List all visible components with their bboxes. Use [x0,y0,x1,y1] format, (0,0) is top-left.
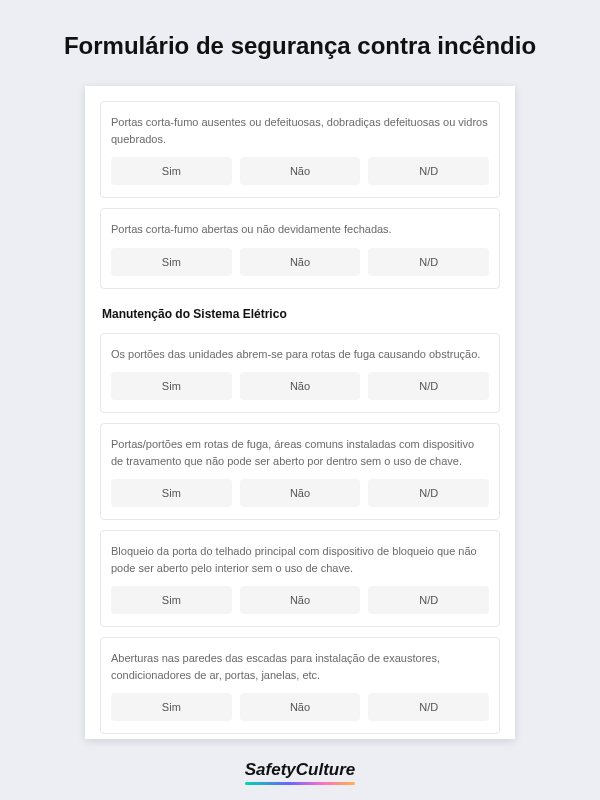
footer-logo: SafetyCulture [245,740,356,785]
question-text: Portas/portões em rotas de fuga, áreas c… [111,436,489,469]
options-row: Sim Não N/D [111,157,489,185]
question-text: Portas corta-fumo ausentes ou defeituosa… [111,114,489,147]
question-block: Aberturas nas paredes das escadas para i… [100,637,500,734]
question-text: Bloqueio da porta do telhado principal c… [111,543,489,576]
option-yes-button[interactable]: Sim [111,372,232,400]
option-yes-button[interactable]: Sim [111,157,232,185]
options-row: Sim Não N/D [111,479,489,507]
options-row: Sim Não N/D [111,693,489,721]
option-na-button[interactable]: N/D [368,372,489,400]
question-block: Portas corta-fumo ausentes ou defeituosa… [100,101,500,198]
option-yes-button[interactable]: Sim [111,693,232,721]
option-no-button[interactable]: Não [240,157,361,185]
question-text: Os portões das unidades abrem-se para ro… [111,346,489,363]
section-header: Manutenção do Sistema Elétrico [100,299,500,323]
logo-text: SafetyCulture [245,760,356,779]
question-block: Portas/portões em rotas de fuga, áreas c… [100,423,500,520]
option-no-button[interactable]: Não [240,372,361,400]
option-na-button[interactable]: N/D [368,479,489,507]
option-yes-button[interactable]: Sim [111,479,232,507]
option-no-button[interactable]: Não [240,479,361,507]
option-no-button[interactable]: Não [240,693,361,721]
question-text: Portas corta-fumo abertas ou não devidam… [111,221,489,238]
question-text: Aberturas nas paredes das escadas para i… [111,650,489,683]
form-card: Portas corta-fumo ausentes ou defeituosa… [85,86,515,739]
option-no-button[interactable]: Não [240,586,361,614]
option-na-button[interactable]: N/D [368,157,489,185]
option-na-button[interactable]: N/D [368,586,489,614]
page-title: Formulário de segurança contra incêndio [64,30,536,61]
option-na-button[interactable]: N/D [368,693,489,721]
option-no-button[interactable]: Não [240,248,361,276]
options-row: Sim Não N/D [111,586,489,614]
options-row: Sim Não N/D [111,372,489,400]
option-na-button[interactable]: N/D [368,248,489,276]
logo-underline [245,782,356,785]
options-row: Sim Não N/D [111,248,489,276]
option-yes-button[interactable]: Sim [111,586,232,614]
question-block: Os portões das unidades abrem-se para ro… [100,333,500,414]
question-block: Portas corta-fumo abertas ou não devidam… [100,208,500,289]
option-yes-button[interactable]: Sim [111,248,232,276]
question-block: Bloqueio da porta do telhado principal c… [100,530,500,627]
